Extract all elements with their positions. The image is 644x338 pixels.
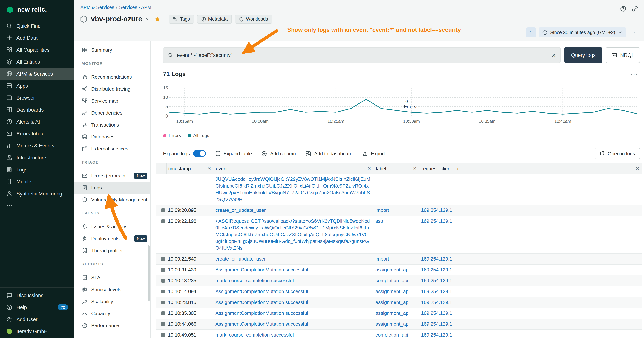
log-label-link[interactable]: completion_api	[376, 278, 408, 283]
log-ip-link[interactable]: 169.254.129.1	[421, 321, 452, 327]
workloads-button[interactable]: Workloads	[235, 15, 272, 24]
subnav-item-performance[interactable]: Performance	[74, 319, 150, 331]
metadata-button[interactable]: Metadata	[197, 15, 232, 24]
log-row[interactable]: 10:09:22.196<ASGIRequest: GET '/sso/call…	[156, 216, 642, 254]
breadcrumb-services-apm[interactable]: Services - APM	[119, 5, 151, 10]
log-label-link[interactable]: assignment_api	[376, 289, 410, 294]
log-event-link[interactable]: mark_course_completion successful	[216, 278, 294, 283]
row-checkbox[interactable]	[161, 268, 165, 272]
log-label-link[interactable]: import	[376, 256, 389, 262]
row-checkbox[interactable]	[161, 333, 165, 337]
log-row[interactable]: 10:09:22.540create_or_update_userimport1…	[156, 254, 642, 265]
log-event-link[interactable]: AssignmentCompletionMutation successful	[216, 289, 308, 294]
sidebar-item-logs[interactable]: Logs	[0, 164, 74, 176]
log-row[interactable]: JUQVU&code=eyJraWQiOiJjcGltY29yZV8wOTl1M…	[156, 174, 642, 205]
log-ip-link[interactable]: 169.254.129.1	[421, 299, 452, 305]
subnav-item-external-services[interactable]: External services	[74, 143, 150, 155]
subnav-item-recommendations[interactable]: Recommendations	[74, 71, 150, 83]
favorite-star-icon[interactable]	[154, 16, 161, 22]
subnav-item-sla[interactable]: SLA	[74, 271, 150, 283]
time-picker[interactable]: Since 30 minutes ago (GMT+2)	[538, 27, 626, 38]
breadcrumb-apm-services[interactable]: APM & Services	[80, 5, 114, 10]
sidebar-item-help[interactable]: Help70	[0, 301, 74, 313]
sidebar-item-quick-find[interactable]: Quick Find	[0, 20, 74, 32]
subnav-item-transactions[interactable]: Transactions	[74, 119, 150, 131]
subnav-item-deployments[interactable]: DeploymentsNew	[74, 232, 150, 244]
tags-button[interactable]: Tags	[169, 15, 194, 24]
legend-errors[interactable]: Errors	[163, 133, 181, 138]
subnav-item-summary[interactable]: Summary	[74, 44, 150, 56]
row-checkbox[interactable]	[161, 322, 165, 326]
sidebar-item-more[interactable]: ...	[0, 199, 74, 211]
open-in-logs-button[interactable]: Open in logs	[595, 148, 640, 159]
sidebar-item-discussions[interactable]: Discussions	[0, 289, 74, 301]
log-event-link[interactable]: AssignmentCompletionMutation successful	[216, 267, 308, 272]
time-back-button[interactable]	[526, 27, 536, 38]
log-ip-link[interactable]: 169.254.129.1	[421, 332, 452, 338]
remove-column-request_client_ip-button[interactable]: ×	[636, 165, 639, 171]
subnav-item-scalability[interactable]: Scalability	[74, 295, 150, 307]
sidebar-item-metrics-events[interactable]: Metrics & Events	[0, 140, 74, 152]
log-row[interactable]: 10:10:44.066AssignmentCompletionMutation…	[156, 319, 642, 330]
remove-column-label-button[interactable]: ×	[413, 165, 416, 171]
sidebar-item-all-capabilities[interactable]: All Capabilities	[0, 44, 74, 56]
subnav-item-service-levels[interactable]: Service levels	[74, 283, 150, 295]
log-row[interactable]: 10:10:14.094AssignmentCompletionMutation…	[156, 286, 642, 297]
row-checkbox[interactable]	[161, 300, 165, 304]
row-checkbox[interactable]	[161, 208, 165, 212]
row-checkbox[interactable]	[161, 311, 165, 315]
add-column-button[interactable]: Add column	[262, 151, 296, 156]
query-logs-button[interactable]: Query logs	[564, 47, 602, 63]
sidebar-item-infrastructure[interactable]: Infrastructure	[0, 152, 74, 164]
subnav-item-thread-profiler[interactable]: Thread profiler	[74, 244, 150, 256]
remove-column-event-button[interactable]: ×	[368, 165, 371, 171]
expand-logs-toggle[interactable]: Expand logs	[163, 150, 206, 157]
sidebar-item-iterativ-gmbh[interactable]: Iterativ GmbH	[0, 325, 74, 337]
sidebar-item-alerts-ai[interactable]: Alerts & AI	[0, 116, 74, 128]
log-label-link[interactable]: assignment_api	[376, 310, 410, 316]
log-ip-link[interactable]: 169.254.129.1	[421, 218, 452, 224]
log-row[interactable]: 10:10:49.051mark_course_completion succe…	[156, 330, 642, 338]
subnav-item-dependencies[interactable]: Dependencies	[74, 107, 150, 119]
log-event-link[interactable]: JUQVU&code=eyJraWQiOiJjcGltY29yZV8wOTl1M…	[216, 176, 370, 202]
log-row[interactable]: 10:10:23.815AssignmentCompletionMutation…	[156, 297, 642, 308]
log-row[interactable]: 10:10:35.305AssignmentCompletionMutation…	[156, 308, 642, 319]
log-event-link[interactable]: create_or_update_user	[216, 207, 266, 213]
sidebar-item-synthetic-monitoring[interactable]: Synthetic Monitoring	[0, 188, 74, 199]
subnav-item-logs[interactable]: Logs	[74, 182, 150, 193]
sidebar-item-browser[interactable]: Browser	[0, 92, 74, 104]
clear-query-button[interactable]: ×	[552, 52, 556, 59]
log-event-link[interactable]: <ASGIRequest: GET '/sso/callback/?state=…	[216, 218, 370, 251]
log-label-link[interactable]: assignment_api	[376, 299, 410, 305]
subnav-item-capacity[interactable]: Capacity	[74, 307, 150, 319]
subnav-item-issues-activity[interactable]: Issues & activity	[74, 220, 150, 232]
expand-table-button[interactable]: Expand table	[215, 151, 252, 156]
row-checkbox[interactable]	[161, 219, 165, 223]
log-query-input[interactable]	[177, 52, 548, 58]
sidebar-item-apm-services[interactable]: APM & Services	[0, 68, 74, 80]
log-row[interactable]: 10:09:20.895create_or_update_userimport1…	[156, 205, 642, 216]
log-ip-link[interactable]: 169.254.129.1	[421, 278, 452, 283]
log-label-link[interactable]: assignment_api	[376, 267, 410, 272]
subnav-item-distributed-tracing[interactable]: Distributed tracing	[74, 83, 150, 95]
log-query-bar[interactable]: ×	[163, 47, 560, 63]
copy-link-icon[interactable]	[632, 6, 638, 12]
log-ip-link[interactable]: 169.254.129.1	[421, 256, 452, 262]
log-row[interactable]: 10:10:13.235mark_course_completion succe…	[156, 275, 642, 286]
remove-column-timestamp-button[interactable]: ×	[207, 165, 211, 171]
subnav-item-errors-errors-inb[interactable]: Errors (errors inb...New	[74, 170, 150, 182]
row-checkbox[interactable]	[161, 279, 165, 283]
sidebar-item-errors-inbox[interactable]: Errors Inbox	[0, 128, 74, 140]
subnav-item-vulnerability-management[interactable]: Vulnerability Management	[74, 193, 150, 205]
add-to-dashboard-button[interactable]: Add to dashboard	[306, 151, 352, 156]
log-event-link[interactable]: create_or_update_user	[216, 256, 266, 262]
log-ip-link[interactable]: 169.254.129.1	[421, 289, 452, 294]
sidebar-item-all-entities[interactable]: All Entities	[0, 56, 74, 68]
log-ip-link[interactable]: 169.254.129.1	[421, 310, 452, 316]
log-event-link[interactable]: AssignmentCompletionMutation successful	[216, 299, 308, 305]
log-label-link[interactable]: assignment_api	[376, 321, 410, 327]
subnav-item-service-map[interactable]: Service map	[74, 95, 150, 107]
sidebar-item-mobile[interactable]: Mobile	[0, 176, 74, 188]
newrelic-logo[interactable]: new relic.	[0, 0, 74, 16]
more-options-button[interactable]: ⋯	[630, 70, 638, 78]
